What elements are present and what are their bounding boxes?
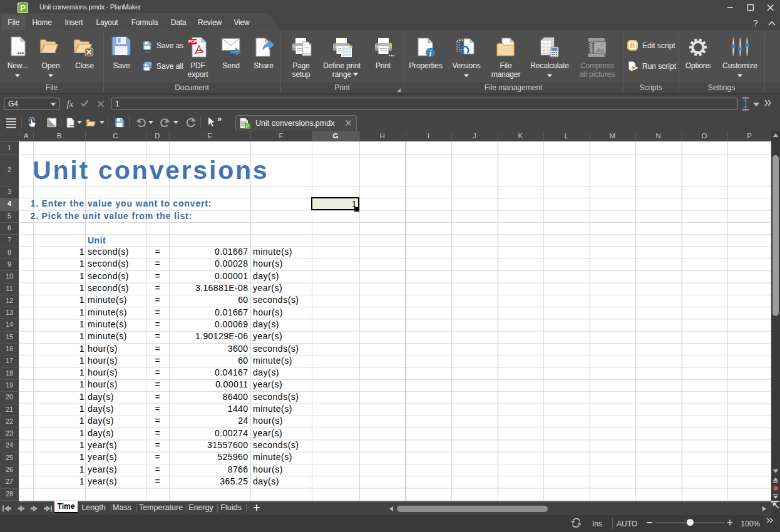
svg-text:B: B <box>630 41 635 49</box>
svg-text:PDF: PDF <box>188 39 197 44</box>
svg-text:...: ... <box>145 48 150 54</box>
svg-text:P: P <box>20 3 26 13</box>
svg-text:P: P <box>246 123 249 129</box>
svg-text:?: ? <box>753 18 758 28</box>
